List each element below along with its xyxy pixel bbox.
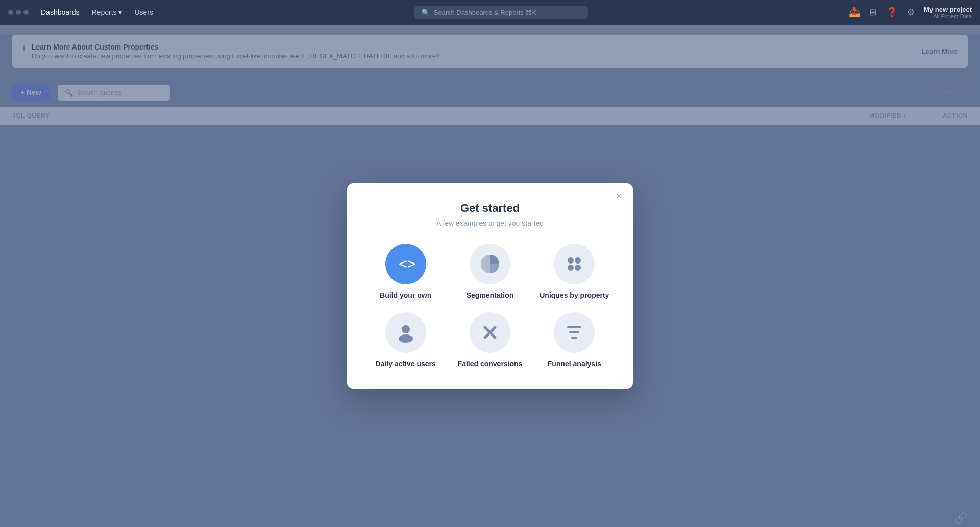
inbox-icon[interactable]: 📥 [849,7,860,18]
dot-2 [16,10,21,15]
page-background: ℹ Learn More About Custom Properties Do … [0,35,980,527]
dot-3 [23,10,29,15]
traffic-lights [8,10,29,15]
option-build-your-own[interactable]: <> Build your own [368,244,444,300]
nav-search-area: 🔍 Search Dashboards & Reports ⌘K [165,6,837,19]
svg-point-3 [575,257,581,264]
svg-rect-11 [569,331,579,333]
nav-actions: 📥 ⊞ ❓ ⚙ My new project All Project Data [849,6,972,19]
option-daily-active-users[interactable]: Daily active users [368,312,444,368]
svg-point-4 [568,265,574,271]
daily-active-users-icon [385,312,426,353]
project-name: My new project [924,6,972,13]
svg-point-2 [568,257,574,264]
option-funnel-analysis[interactable]: Funnel analysis [536,312,612,368]
segmentation-icon [470,244,510,284]
search-placeholder: Search Dashboards & Reports ⌘K [434,9,537,16]
project-label[interactable]: My new project All Project Data [924,6,972,19]
svg-rect-10 [567,326,581,328]
funnel-analysis-icon [554,312,595,353]
nav-dashboards[interactable]: Dashboards [41,8,80,16]
svg-rect-12 [571,337,577,339]
settings-icon[interactable]: ⚙ [906,7,915,18]
option-failed-conversions[interactable]: Failed conversions [452,312,528,368]
project-sub: All Project Data [924,13,972,19]
modal-subtitle: A few examples to get you started [368,219,612,227]
failed-conversions-label: Failed conversions [458,359,523,368]
segmentation-label: Segmentation [467,291,514,300]
nav-users[interactable]: Users [134,8,153,16]
build-your-own-icon: <> [385,244,426,284]
svg-text:<>: <> [399,255,415,272]
daily-active-users-label: Daily active users [376,359,436,368]
grid-icon[interactable]: ⊞ [869,7,877,18]
option-uniques-by-property[interactable]: Uniques by property [536,244,612,300]
svg-point-7 [399,334,413,343]
get-started-modal: ✕ Get started A few examples to get you … [347,183,633,389]
modal-title: Get started [368,202,612,215]
uniques-by-property-label: Uniques by property [540,291,609,300]
uniques-by-property-icon [554,244,595,284]
search-icon: 🔍 [422,9,430,16]
nav-reports[interactable]: Reports ▾ [92,8,122,16]
funnel-analysis-label: Funnel analysis [548,359,601,368]
options-grid: <> Build your own Segmentation [368,244,612,368]
nav-search-box[interactable]: 🔍 Search Dashboards & Reports ⌘K [414,6,588,19]
svg-point-5 [575,265,581,271]
help-icon[interactable]: ❓ [886,7,897,18]
modal-overlay: ✕ Get started A few examples to get you … [0,35,980,527]
modal-close-button[interactable]: ✕ [615,191,623,201]
svg-point-6 [402,325,410,333]
build-your-own-label: Build your own [380,291,431,300]
dot-1 [8,10,13,15]
option-segmentation[interactable]: Segmentation [452,244,528,300]
failed-conversions-icon [470,312,510,353]
top-nav: Dashboards Reports ▾ Users 🔍 Search Dash… [0,0,980,25]
